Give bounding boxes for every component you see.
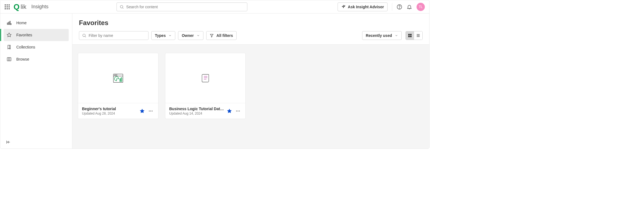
svg-rect-18 bbox=[410, 34, 412, 35]
main-header: Favorites Types Owner bbox=[72, 13, 429, 45]
card-subtitle: Updated Aug 28, 2024 bbox=[82, 112, 137, 115]
main-area: Favorites Types Owner bbox=[72, 13, 429, 148]
filter-input[interactable] bbox=[89, 33, 145, 38]
chevron-down-icon bbox=[197, 34, 200, 37]
sidebar-item-label: Favorites bbox=[16, 33, 32, 37]
collections-icon bbox=[6, 45, 12, 50]
owner-label: Owner bbox=[182, 33, 194, 38]
svg-marker-31 bbox=[140, 109, 145, 113]
svg-rect-19 bbox=[408, 36, 410, 37]
card-subtitle: Updated Aug 14, 2024 bbox=[169, 112, 224, 115]
ask-advisor-label: Ask Insight Advisor bbox=[348, 5, 384, 9]
view-toggle bbox=[406, 31, 423, 40]
svg-point-28 bbox=[116, 75, 117, 75]
svg-line-1 bbox=[123, 8, 123, 9]
svg-point-32 bbox=[149, 111, 150, 112]
svg-point-0 bbox=[120, 5, 123, 8]
global-search[interactable] bbox=[116, 2, 247, 11]
content-card[interactable]: Beginner's tutorial Updated Aug 28, 2024 bbox=[78, 53, 158, 119]
svg-marker-8 bbox=[7, 33, 11, 37]
svg-rect-5 bbox=[9, 22, 9, 25]
list-view-button[interactable] bbox=[414, 31, 422, 40]
card-title: Business Logic Tutorial Data Prep bbox=[169, 107, 224, 111]
sparkle-icon bbox=[341, 5, 346, 9]
sidebar-item-label: Home bbox=[16, 21, 26, 25]
global-search-input[interactable] bbox=[126, 5, 244, 9]
svg-point-41 bbox=[239, 111, 240, 112]
card-thumbnail bbox=[165, 53, 245, 103]
svg-point-14 bbox=[83, 34, 85, 37]
browse-icon bbox=[6, 57, 12, 62]
sort-button[interactable]: Recently used bbox=[362, 31, 402, 40]
svg-rect-20 bbox=[410, 36, 412, 37]
star-icon bbox=[6, 33, 12, 37]
all-filters-button[interactable]: All filters bbox=[206, 31, 237, 40]
page-title: Favorites bbox=[79, 19, 423, 27]
content-grid: Beginner's tutorial Updated Aug 28, 2024 bbox=[72, 45, 429, 148]
svg-point-27 bbox=[115, 75, 116, 75]
collapse-sidebar-icon[interactable] bbox=[6, 140, 11, 145]
svg-point-7 bbox=[10, 23, 12, 25]
user-initials: TL bbox=[419, 5, 423, 9]
card-footer: Business Logic Tutorial Data Prep Update… bbox=[165, 103, 245, 119]
filter-by-name[interactable] bbox=[79, 31, 149, 40]
script-thumbnail-icon bbox=[200, 72, 211, 84]
svg-marker-16 bbox=[210, 34, 213, 37]
chevron-down-icon bbox=[168, 34, 172, 37]
all-filters-label: All filters bbox=[216, 33, 233, 38]
types-filter-button[interactable]: Types bbox=[151, 31, 175, 40]
sidebar-item-favorites[interactable]: Favorites bbox=[4, 29, 69, 41]
list-icon bbox=[416, 33, 420, 38]
svg-point-39 bbox=[236, 111, 237, 112]
search-icon bbox=[82, 33, 86, 38]
sidebar: Home Favorites Collections Browse bbox=[0, 13, 72, 148]
grid-icon bbox=[408, 33, 412, 38]
sort-label: Recently used bbox=[366, 33, 392, 38]
app-section-name: Insights bbox=[31, 4, 49, 10]
app-launcher-icon[interactable] bbox=[5, 4, 10, 9]
search-icon bbox=[120, 5, 124, 9]
more-actions-icon[interactable] bbox=[234, 107, 242, 115]
chevron-down-icon bbox=[395, 34, 398, 37]
help-icon[interactable] bbox=[397, 4, 402, 10]
divider bbox=[392, 3, 392, 11]
svg-rect-4 bbox=[7, 23, 8, 25]
top-bar: Q lik Insights Ask Insight Advisor bbox=[0, 0, 429, 13]
sidebar-item-collections[interactable]: Collections bbox=[4, 41, 69, 53]
svg-point-33 bbox=[150, 111, 151, 112]
home-icon bbox=[6, 20, 12, 25]
svg-rect-9 bbox=[7, 58, 11, 61]
svg-point-40 bbox=[238, 111, 238, 112]
brand-logo[interactable]: Q lik bbox=[14, 3, 26, 11]
favorite-star-icon[interactable] bbox=[139, 108, 145, 114]
toolbar: Types Owner All filters Recently used bbox=[79, 31, 423, 40]
svg-point-34 bbox=[152, 111, 153, 112]
svg-line-15 bbox=[85, 36, 86, 37]
sidebar-item-browse[interactable]: Browse bbox=[4, 53, 69, 65]
ask-insight-advisor-button[interactable]: Ask Insight Advisor bbox=[338, 2, 388, 11]
sidebar-item-home[interactable]: Home bbox=[4, 17, 69, 29]
sidebar-item-label: Browse bbox=[16, 57, 29, 61]
sidebar-item-label: Collections bbox=[16, 45, 35, 49]
app-thumbnail-icon bbox=[112, 72, 124, 85]
svg-rect-17 bbox=[408, 34, 410, 35]
types-label: Types bbox=[155, 33, 166, 38]
notifications-icon[interactable] bbox=[407, 4, 412, 10]
user-avatar[interactable]: TL bbox=[417, 3, 425, 11]
logo-text: lik bbox=[21, 3, 26, 10]
card-footer: Beginner's tutorial Updated Aug 28, 2024 bbox=[78, 103, 158, 119]
more-actions-icon[interactable] bbox=[147, 107, 154, 115]
svg-point-3 bbox=[399, 8, 399, 8]
card-thumbnail bbox=[78, 53, 158, 103]
card-title: Beginner's tutorial bbox=[82, 107, 137, 111]
svg-marker-38 bbox=[227, 109, 232, 113]
logo-mark: Q bbox=[14, 3, 20, 11]
owner-filter-button[interactable]: Owner bbox=[178, 31, 203, 40]
svg-point-26 bbox=[115, 75, 115, 75]
content-card[interactable]: Business Logic Tutorial Data Prep Update… bbox=[165, 53, 246, 119]
grid-view-button[interactable] bbox=[406, 31, 414, 40]
filter-icon bbox=[210, 34, 214, 37]
favorite-star-icon[interactable] bbox=[227, 108, 232, 114]
